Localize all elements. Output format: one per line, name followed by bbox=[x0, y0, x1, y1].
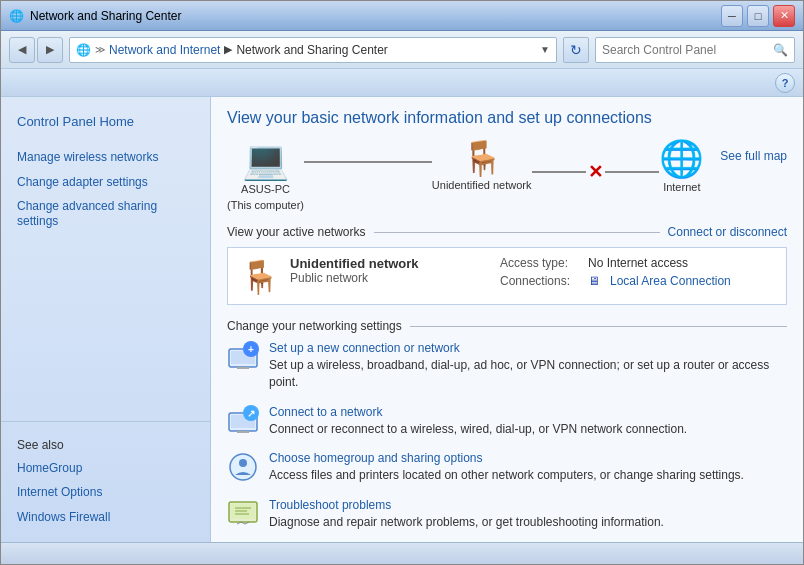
network-diagram: 💻 ASUS-PC (This computer) 🪑 Unidentified… bbox=[227, 141, 787, 211]
connections-label: Connections: bbox=[500, 274, 580, 288]
homegroup-icon bbox=[227, 451, 259, 483]
section-line-1 bbox=[374, 232, 660, 233]
line-4 bbox=[605, 171, 659, 173]
minimize-button[interactable]: ─ bbox=[721, 5, 743, 27]
help-button[interactable]: ? bbox=[775, 73, 795, 93]
window-title: Network and Sharing Center bbox=[30, 9, 181, 23]
title-bar-left: 🌐 Network and Sharing Center bbox=[9, 9, 181, 23]
setting-item-new-connection: + Set up a new connection or network Set… bbox=[227, 341, 787, 391]
access-type-value: No Internet access bbox=[588, 256, 688, 270]
homegroup-link[interactable]: Choose homegroup and sharing options bbox=[269, 451, 787, 465]
search-icon[interactable]: 🔍 bbox=[773, 43, 788, 57]
breadcrumb-arrow: ▶ bbox=[224, 43, 232, 56]
breadcrumb-separator: ≫ bbox=[95, 44, 105, 55]
homegroup-text: Choose homegroup and sharing options Acc… bbox=[269, 451, 787, 484]
troubleshoot-link[interactable]: Troubleshoot problems bbox=[269, 498, 787, 512]
sidebar: Control Panel Home Manage wireless netwo… bbox=[1, 97, 211, 542]
node-computer: 💻 ASUS-PC (This computer) bbox=[227, 141, 304, 211]
svg-point-11 bbox=[239, 459, 247, 467]
refresh-button[interactable]: ↻ bbox=[563, 37, 589, 63]
sidebar-item-manage-wireless[interactable]: Manage wireless networks bbox=[1, 145, 210, 170]
breadcrumb-item-1: Network and Sharing Center bbox=[236, 43, 387, 57]
troubleshoot-desc: Diagnose and repair network problems, or… bbox=[269, 515, 664, 529]
sidebar-item-change-adapter[interactable]: Change adapter settings bbox=[1, 170, 210, 195]
svg-rect-7 bbox=[237, 431, 249, 433]
connect-network-link[interactable]: Connect to a network bbox=[269, 405, 787, 419]
network-name: Unidentified network bbox=[290, 256, 490, 271]
forward-button[interactable]: ▶ bbox=[37, 37, 63, 63]
breadcrumb-icon: 🌐 bbox=[76, 43, 91, 57]
search-input[interactable] bbox=[602, 43, 769, 57]
connect-network-icon: ↗ bbox=[227, 405, 259, 437]
line-3 bbox=[532, 171, 586, 173]
diagram-nodes: 💻 ASUS-PC (This computer) 🪑 Unidentified… bbox=[227, 141, 704, 211]
help-area: ? bbox=[1, 69, 803, 97]
computer-icon: 💻 bbox=[242, 141, 289, 179]
connections-value[interactable]: Local Area Connection bbox=[610, 274, 731, 288]
troubleshoot-icon bbox=[227, 498, 259, 530]
networking-settings-label: Change your networking settings bbox=[227, 319, 402, 333]
settings-list: + Set up a new connection or network Set… bbox=[227, 341, 787, 531]
page-title: View your basic network information and … bbox=[227, 109, 787, 127]
connections-row: Connections: 🖥 Local Area Connection bbox=[500, 274, 774, 288]
sidebar-item-change-advanced[interactable]: Change advanced sharing settings bbox=[1, 195, 210, 234]
access-type-label: Access type: bbox=[500, 256, 580, 270]
status-bar bbox=[1, 542, 803, 564]
see-full-map[interactable]: See full map bbox=[720, 149, 787, 163]
connect-network-text: Connect to a network Connect or reconnec… bbox=[269, 405, 787, 438]
connect-disconnect-link[interactable]: Connect or disconnect bbox=[668, 225, 787, 239]
setting-item-troubleshoot: Troubleshoot problems Diagnose and repai… bbox=[227, 498, 787, 531]
homegroup-desc: Access files and printers located on oth… bbox=[269, 468, 744, 482]
maximize-button[interactable]: □ bbox=[747, 5, 769, 27]
line-1 bbox=[304, 161, 368, 163]
main-window: 🌐 Network and Sharing Center ─ □ ✕ ◀ ▶ 🌐… bbox=[0, 0, 804, 565]
svg-rect-2 bbox=[237, 367, 249, 369]
nav-arrows: ◀ ▶ bbox=[9, 37, 63, 63]
breadcrumb-dropdown[interactable]: ▼ bbox=[540, 44, 550, 55]
section-line-2 bbox=[410, 326, 787, 327]
sidebar-divider bbox=[1, 421, 210, 422]
sidebar-item-homegroup[interactable]: HomeGroup bbox=[1, 456, 210, 481]
node-computer-sublabel: (This computer) bbox=[227, 199, 304, 211]
active-networks-section: View your active networks Connect or dis… bbox=[227, 225, 787, 239]
network-info-left: Unidentified network Public network bbox=[290, 256, 490, 296]
svg-text:+: + bbox=[248, 344, 254, 355]
access-type-row: Access type: No Internet access bbox=[500, 256, 774, 270]
new-connection-text: Set up a new connection or network Set u… bbox=[269, 341, 787, 391]
nav-bar: ◀ ▶ 🌐 ≫ Network and Internet ▶ Network a… bbox=[1, 31, 803, 69]
troubleshoot-text: Troubleshoot problems Diagnose and repai… bbox=[269, 498, 787, 531]
see-also-label: See also bbox=[1, 430, 210, 456]
networking-settings-section: Change your networking settings bbox=[227, 319, 787, 333]
network-bench-icon: 🪑 bbox=[240, 258, 280, 296]
connector-2: ✕ bbox=[532, 161, 660, 183]
line-2 bbox=[368, 161, 432, 163]
network-icon: 🌐 bbox=[9, 9, 24, 23]
new-connection-link[interactable]: Set up a new connection or network bbox=[269, 341, 787, 355]
breadcrumb-item-0[interactable]: Network and Internet bbox=[109, 43, 220, 57]
x-mark: ✕ bbox=[588, 161, 603, 183]
new-connection-desc: Set up a wireless, broadband, dial-up, a… bbox=[269, 358, 769, 389]
sidebar-item-internet-options[interactable]: Internet Options bbox=[1, 480, 210, 505]
node-computer-label: ASUS-PC bbox=[241, 183, 290, 195]
close-button[interactable]: ✕ bbox=[773, 5, 795, 27]
setting-item-homegroup: Choose homegroup and sharing options Acc… bbox=[227, 451, 787, 484]
active-network-box: 🪑 Unidentified network Public network Ac… bbox=[227, 247, 787, 305]
content-area: Control Panel Home Manage wireless netwo… bbox=[1, 97, 803, 542]
main-panel: View your basic network information and … bbox=[211, 97, 803, 542]
new-connection-icon: + bbox=[227, 341, 259, 373]
bench-icon: 🪑 bbox=[461, 141, 503, 175]
node-internet-label: Internet bbox=[663, 181, 700, 193]
sidebar-home[interactable]: Control Panel Home bbox=[1, 109, 210, 135]
globe-icon: 🌐 bbox=[659, 141, 704, 177]
svg-text:↗: ↗ bbox=[247, 408, 255, 419]
breadcrumb-bar: 🌐 ≫ Network and Internet ▶ Network and S… bbox=[69, 37, 557, 63]
node-network: 🪑 Unidentified network bbox=[432, 141, 532, 191]
node-network-label: Unidentified network bbox=[432, 179, 532, 191]
network-type: Public network bbox=[290, 271, 490, 285]
active-networks-label: View your active networks bbox=[227, 225, 366, 239]
connect-network-desc: Connect or reconnect to a wireless, wire… bbox=[269, 422, 687, 436]
setting-item-connect-network: ↗ Connect to a network Connect or reconn… bbox=[227, 405, 787, 438]
sidebar-item-windows-firewall[interactable]: Windows Firewall bbox=[1, 505, 210, 530]
node-internet: 🌐 Internet bbox=[659, 141, 704, 193]
back-button[interactable]: ◀ bbox=[9, 37, 35, 63]
